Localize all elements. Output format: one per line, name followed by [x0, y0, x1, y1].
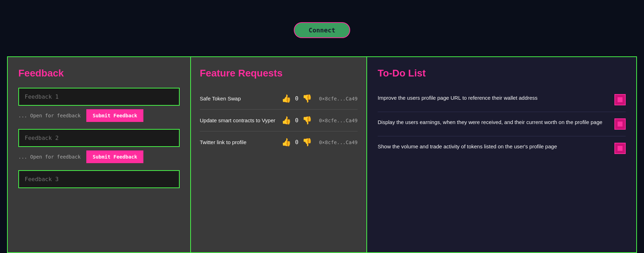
thumbs-up-icon-3[interactable]: 👍 [281, 138, 291, 147]
checkbox-inner-3 [618, 146, 623, 151]
thumbs-down-icon-2[interactable]: 👎 [302, 116, 312, 125]
feature-item-2: Update smart contracts to Vyper 👍 0 👎 0×… [200, 110, 358, 131]
thumbs-up-icon-2[interactable]: 👍 [281, 116, 291, 125]
feedback-item-1: ... Open for feedback Submit Feedback [18, 88, 180, 122]
address-3: 0×8cfe...Ca49 [319, 140, 358, 145]
vote-count-3: 0 [294, 139, 299, 146]
vote-section-3: 👍 0 👎 [281, 138, 312, 147]
feature-title: Feature Requests [200, 68, 358, 79]
submit-feedback-button-2[interactable]: Submit Feedback [86, 150, 143, 163]
checkbox-inner-1 [618, 97, 623, 102]
thumbs-up-icon-1[interactable]: 👍 [281, 94, 291, 103]
feedback-input-3[interactable] [18, 170, 180, 188]
vote-section-2: 👍 0 👎 [281, 116, 312, 125]
vote-count-2: 0 [294, 117, 299, 124]
feature-item-3: Twitter link to profile 👍 0 👎 0×8cfe...C… [200, 131, 358, 153]
todo-checkbox-1[interactable] [614, 94, 626, 105]
address-2: 0×8cfe...Ca49 [319, 118, 358, 123]
feedback-footer-2: ... Open for feedback Submit Feedback [18, 150, 180, 163]
feature-name-1: Safe Token Swap [200, 95, 278, 102]
feedback-panel: Feedback ... Open for feedback Submit Fe… [8, 57, 191, 252]
header: Connect [0, 0, 644, 56]
checkbox-inner-2 [618, 122, 623, 126]
feedback-status-2: ... Open for feedback [18, 154, 81, 160]
feedback-footer-1: ... Open for feedback Submit Feedback [18, 109, 180, 122]
todo-title: To-Do List [378, 68, 626, 79]
todo-item-3: Show the volume and trade activity of to… [378, 136, 626, 160]
feature-item-1: Safe Token Swap 👍 0 👎 0×8cfe...Ca49 [200, 88, 358, 110]
submit-feedback-button-1[interactable]: Submit Feedback [86, 109, 143, 122]
todo-text-2: Display the users earnings, when they we… [378, 118, 609, 126]
vote-section-1: 👍 0 👎 [281, 94, 312, 103]
todo-item-2: Display the users earnings, when they we… [378, 112, 626, 136]
main-container: Feedback ... Open for feedback Submit Fe… [7, 56, 637, 253]
feature-name-3: Twitter link to profile [200, 139, 278, 146]
todo-text-1: Improve the users profile page URL to re… [378, 94, 609, 102]
thumbs-down-icon-1[interactable]: 👎 [302, 94, 312, 103]
feedback-status-1: ... Open for feedback [18, 113, 81, 118]
thumbs-down-icon-3[interactable]: 👎 [302, 138, 312, 147]
todo-item-1: Improve the users profile page URL to re… [378, 88, 626, 112]
vote-count-1: 0 [294, 95, 299, 102]
feedback-input-2[interactable] [18, 129, 180, 147]
feedback-input-1[interactable] [18, 88, 180, 106]
feature-name-2: Update smart contracts to Vyper [200, 117, 278, 124]
feedback-item-2: ... Open for feedback Submit Feedback [18, 129, 180, 163]
address-1: 0×8cfe...Ca49 [319, 96, 358, 101]
feedback-item-3 [18, 170, 180, 192]
connect-button[interactable]: Connect [294, 22, 350, 38]
todo-panel: To-Do List Improve the users profile pag… [367, 57, 636, 252]
todo-checkbox-3[interactable] [614, 143, 626, 154]
todo-checkbox-2[interactable] [614, 118, 626, 130]
feature-panel: Feature Requests Safe Token Swap 👍 0 👎 0… [191, 57, 367, 252]
feedback-title: Feedback [18, 68, 180, 79]
todo-text-3: Show the volume and trade activity of to… [378, 143, 609, 151]
